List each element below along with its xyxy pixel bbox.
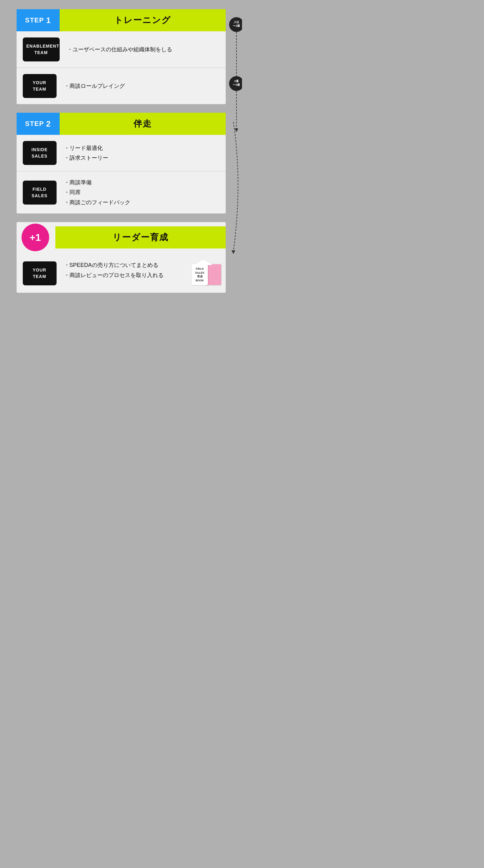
book-decoration: FIELD SALES育成 BOOK <box>189 259 223 283</box>
step1-card: STEP 1 トレーニング ENABLEMENTTEAM ・ユーザベースの仕組み… <box>17 9 226 104</box>
plus1-body: YOURTEAM ・SPEEDAの売り方についてまとめる ・商談レビューのプロセ… <box>17 253 226 293</box>
step2-num: 2 <box>46 119 51 129</box>
plus1-wrapper: +1 リーダー育成 YOURTEAM ・SPEEDAの売り方についてまとめる ・… <box>17 222 226 293</box>
step1-enablement-content: ・ユーザベースの仕組みや組織体制をしる <box>67 44 220 54</box>
step2-card: STEP 2 伴走 INSIDESALES ・リード最適化・訴求ストーリー FI… <box>17 113 226 214</box>
step2-insidesales-label: INSIDESALES <box>23 141 57 165</box>
plus1-badge: +1 <box>22 224 49 251</box>
step2-fieldsales-label: FIELDSALES <box>23 181 57 205</box>
step1-badge: STEP 1 <box>17 9 60 31</box>
step2-header: STEP 2 伴走 <box>17 113 226 135</box>
step1-enablement-label: ENABLEMENTTEAM <box>23 37 60 61</box>
svg-text:入社: 入社 <box>233 21 239 24</box>
step1-title: トレーニング <box>60 9 226 31</box>
step1-row-1: ENABLEMENTTEAM ・ユーザベースの仕組みや組織体制をしる <box>17 31 226 68</box>
step1-row-2: YOURTEAM ・商談ロールプレイング <box>17 68 226 104</box>
plus1-row-1: YOURTEAM ・SPEEDAの売り方についてまとめる ・商談レビューのプロセ… <box>17 253 226 293</box>
step1-header: STEP 1 トレーニング <box>17 9 226 31</box>
step2-fieldsales-content: ・商談準備・同席・商談ごのフィードバック <box>64 178 220 207</box>
book-label: FIELD SALES育成 BOOK <box>193 267 207 282</box>
step1-label: STEP <box>25 16 44 24</box>
step1-body: ENABLEMENTTEAM ・ユーザベースの仕組みや組織体制をしる YOURT… <box>17 31 226 104</box>
step1-num: 1 <box>46 16 51 25</box>
step2-insidesales-content: ・リード最適化・訴求ストーリー <box>64 143 220 163</box>
svg-text:2週: 2週 <box>234 80 238 83</box>
svg-text:〜2週: 〜2週 <box>233 24 240 27</box>
step1-timeline: 入社 〜2週 2週 〜4週 １ヶ月 <box>227 9 242 104</box>
plus1-yourteam-label: YOURTEAM <box>23 261 57 285</box>
step2-badge: STEP 2 <box>17 113 60 135</box>
step2-row-1: INSIDESALES ・リード最適化・訴求ストーリー <box>17 135 226 172</box>
step2-timeline-svg: １ヶ月 <box>227 122 242 263</box>
svg-marker-10 <box>232 250 235 254</box>
svg-text:〜4週: 〜4週 <box>233 83 240 86</box>
plus1-header: +1 リーダー育成 <box>17 222 226 253</box>
step2-row-2: FIELDSALES ・商談準備・同席・商談ごのフィードバック <box>17 172 226 214</box>
step2-label: STEP <box>25 120 44 128</box>
step2-wrapper: STEP 2 伴走 INSIDESALES ・リード最適化・訴求ストーリー FI… <box>17 113 226 214</box>
plus1-title: リーダー育成 <box>55 226 226 248</box>
step2-title: 伴走 <box>60 113 226 135</box>
plus1-card: +1 リーダー育成 YOURTEAM ・SPEEDAの売り方についてまとめる ・… <box>17 222 226 293</box>
step1-yourteam-label: YOURTEAM <box>23 74 57 98</box>
step1-yourteam-content: ・商談ロールプレイング <box>64 81 220 91</box>
step1-wrapper: STEP 1 トレーニング ENABLEMENTTEAM ・ユーザベースの仕組み… <box>17 9 226 104</box>
step2-timeline: １ヶ月 <box>227 113 242 214</box>
step2-body: INSIDESALES ・リード最適化・訴求ストーリー FIELDSALES ・… <box>17 135 226 214</box>
